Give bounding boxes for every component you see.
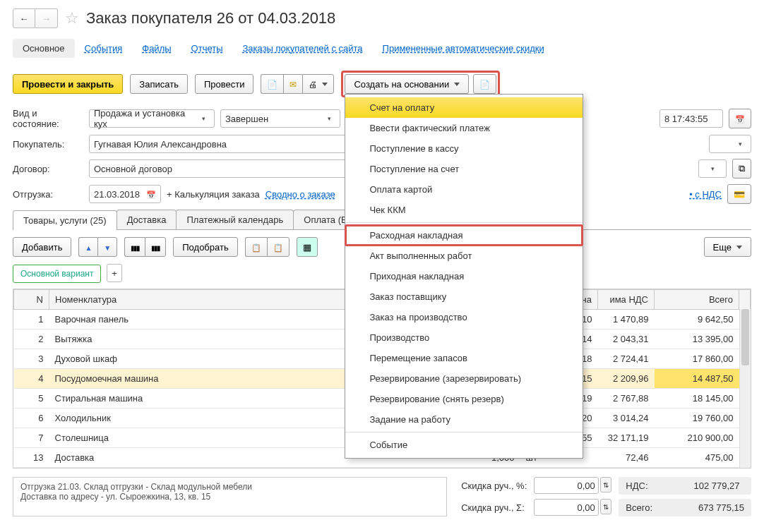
- table-scrollbar[interactable]: [739, 309, 751, 468]
- spinner-icon[interactable]: ⇅: [600, 477, 611, 492]
- cell-vat: 2 209,96: [598, 368, 655, 388]
- menu-item-receipt-note[interactable]: Приходная накладная: [345, 266, 583, 286]
- with-vat-link[interactable]: • с НДС: [689, 189, 722, 200]
- menu-item-event[interactable]: Событие: [345, 435, 583, 455]
- menu-item-reserve-remove[interactable]: Резервирование (снять резерв): [345, 389, 583, 409]
- scrollbar-thumb[interactable]: [741, 309, 749, 365]
- nav-back-button[interactable]: ←: [13, 8, 35, 28]
- menu-separator: [345, 222, 583, 223]
- cell-vat: 2 724,41: [598, 349, 655, 368]
- chevron-down-icon[interactable]: ▾: [706, 165, 719, 172]
- buyer-input[interactable]: Гугнавая Юлия Александровна▾: [89, 135, 366, 153]
- discount-pct-input[interactable]: 0,00: [534, 477, 599, 494]
- pick-button[interactable]: Подобрать: [173, 237, 237, 257]
- section-tab-site-orders[interactable]: Заказы покупателей с сайта: [233, 39, 373, 58]
- cell-n: 2: [14, 329, 49, 349]
- tab-goods[interactable]: Товары, услуги (25): [13, 210, 117, 230]
- tab-payment-calendar[interactable]: Платежный календарь: [176, 210, 294, 229]
- section-tab-reports[interactable]: Отчеты: [181, 39, 233, 58]
- cell-total: 17 860,00: [655, 349, 739, 368]
- add-row-button[interactable]: Добавить: [13, 237, 71, 257]
- create-based-on-button[interactable]: Создать на основании: [345, 74, 469, 94]
- post-and-close-button[interactable]: Провести и закрыть: [13, 74, 123, 94]
- arrow-up-icon: [85, 242, 92, 253]
- col-n[interactable]: N: [14, 289, 49, 309]
- barcode-button-2[interactable]: [145, 237, 166, 257]
- menu-item-stock-transfer[interactable]: Перемещение запасов: [345, 348, 583, 368]
- chevron-down-icon[interactable]: ▾: [323, 115, 335, 122]
- order-summary-link[interactable]: Сводно о заказе: [265, 189, 335, 200]
- chevron-down-icon[interactable]: ▾: [734, 140, 746, 147]
- kind-label: Вид и состояние:: [13, 108, 83, 129]
- menu-separator-2: [345, 432, 583, 433]
- section-tab-files[interactable]: Файлы: [132, 39, 181, 58]
- paste-rows-button[interactable]: [267, 237, 290, 257]
- total-value: 673 775,15: [681, 502, 744, 513]
- cell-vat: 32 171,19: [598, 428, 655, 447]
- favorite-star-icon[interactable]: ☆: [65, 9, 79, 28]
- section-tab-main[interactable]: Основное: [13, 39, 75, 58]
- spinner-icon[interactable]: ⇅: [600, 499, 611, 514]
- nav-forward-button[interactable]: →: [35, 8, 58, 28]
- discount-matrix-button[interactable]: ▦: [297, 237, 318, 257]
- discount-sum-input[interactable]: 0,00: [534, 499, 599, 516]
- menu-item-production[interactable]: Производство: [345, 327, 583, 348]
- kind-input[interactable]: Продажа и установка кух▾: [89, 109, 215, 128]
- doc-register-button[interactable]: [473, 74, 496, 94]
- calendar-icon[interactable]: [146, 189, 156, 200]
- print-button[interactable]: [302, 74, 334, 94]
- cell-total: 13 395,00: [655, 329, 739, 349]
- menu-item-card-payment[interactable]: Оплата картой: [345, 179, 583, 200]
- copy-rows-button[interactable]: [245, 237, 267, 257]
- state-input[interactable]: Завершен▾: [220, 109, 340, 128]
- cell-total: 19 760,00: [655, 408, 739, 428]
- vat-value: 102 779,27: [676, 480, 740, 491]
- tab-delivery[interactable]: Доставка: [117, 210, 177, 229]
- cell-vat: 3 014,24: [598, 408, 655, 428]
- main-variant-tab[interactable]: Основной вариант: [13, 265, 101, 283]
- section-tab-auto-discounts[interactable]: Примененные автоматические скидки: [373, 39, 554, 58]
- ship-info-line-1: Отгрузка 21.03. Склад отгрузки - Склад м…: [20, 482, 439, 492]
- date-input[interactable]: 8 17:43:55: [659, 109, 723, 128]
- org-input[interactable]: ▾: [709, 135, 751, 153]
- kind-value: Продажа и установка кух: [94, 108, 198, 129]
- menu-item-actual-payment[interactable]: Ввести фактический платеж: [345, 118, 583, 138]
- copy-to-file-button[interactable]: [261, 74, 283, 94]
- move-down-button[interactable]: [97, 237, 117, 257]
- more-button[interactable]: Еще: [704, 237, 751, 257]
- section-tab-events[interactable]: События: [75, 39, 133, 58]
- chevron-down-icon[interactable]: ▾: [198, 115, 210, 122]
- ship-date-input[interactable]: 21.03.2018: [89, 185, 161, 203]
- barcode-icon: [151, 242, 160, 253]
- col-total[interactable]: Всего: [655, 289, 739, 309]
- calendar-button[interactable]: [729, 109, 751, 128]
- extra-input-1[interactable]: ▾: [698, 159, 727, 178]
- menu-item-supplier-order[interactable]: Заказ поставщику: [345, 286, 583, 307]
- contract-input[interactable]: Основной договор▾: [89, 159, 366, 178]
- menu-item-invoice[interactable]: Счет на оплату: [345, 97, 583, 118]
- menu-item-cash-receipt[interactable]: Поступление в кассу: [345, 138, 583, 159]
- buyer-label: Покупатель:: [13, 139, 83, 150]
- col-vat[interactable]: има НДС: [598, 289, 655, 309]
- ship-date-value: 21.03.2018: [94, 189, 140, 200]
- menu-item-bank-receipt[interactable]: Поступление на счет: [345, 159, 583, 179]
- menu-item-work-task[interactable]: Задание на работу: [345, 409, 583, 430]
- create-based-on-menu: Счет на оплату Ввести фактический платеж…: [345, 94, 583, 459]
- cell-n: 4: [14, 368, 49, 388]
- send-mail-button[interactable]: [283, 74, 302, 94]
- card-button[interactable]: 💳: [727, 184, 751, 204]
- post-button[interactable]: Провести: [195, 74, 254, 94]
- cell-n: 1: [14, 309, 49, 329]
- barcode-button-1[interactable]: [124, 237, 145, 257]
- menu-item-shipping-note[interactable]: Расходная накладная: [345, 225, 583, 246]
- add-variant-button[interactable]: +: [107, 264, 122, 282]
- menu-item-act-services[interactable]: Акт выполненных работ: [345, 246, 583, 266]
- open-ref-button[interactable]: ⧉: [732, 159, 751, 179]
- write-button[interactable]: Записать: [130, 74, 188, 94]
- menu-item-reserve-add[interactable]: Резервирование (зарезервировать): [345, 368, 583, 389]
- menu-item-kkm-check[interactable]: Чек ККМ: [345, 200, 583, 220]
- menu-item-production-order[interactable]: Заказ на производство: [345, 307, 583, 327]
- move-up-button[interactable]: [78, 237, 97, 257]
- ship-info-line-2: Доставка по адресу - ул. Сыроежкина, 13,…: [20, 492, 439, 502]
- cell-n: 6: [14, 408, 49, 428]
